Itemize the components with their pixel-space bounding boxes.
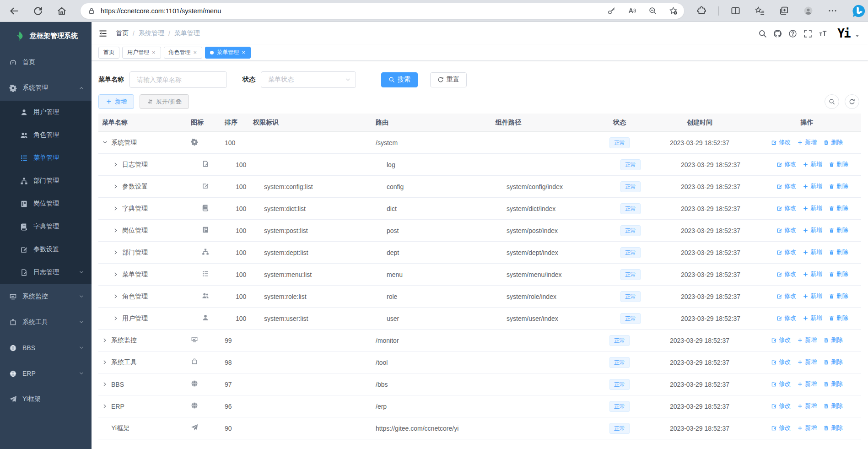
tab-user[interactable]: 用户管理× [122, 47, 161, 59]
tab-menu[interactable]: 菜单管理× [205, 47, 251, 59]
reset-button[interactable]: 重置 [430, 72, 467, 87]
add-link[interactable]: 新增 [797, 380, 817, 388]
search-icon[interactable] [758, 29, 767, 38]
expand-toggle-icon[interactable] [102, 337, 108, 343]
delete-link[interactable]: 删除 [829, 160, 848, 168]
expand-toggle-icon[interactable] [113, 293, 119, 299]
edit-link[interactable]: 修改 [771, 358, 791, 366]
add-link[interactable]: 新增 [803, 204, 822, 212]
delete-link[interactable]: 删除 [823, 358, 843, 366]
edit-link[interactable]: 修改 [771, 380, 791, 388]
favorites-bar-icon[interactable] [755, 6, 765, 16]
sidebar-item-home[interactable]: 首页 [0, 49, 92, 75]
menu-name-input[interactable] [129, 71, 227, 88]
edit-link[interactable]: 修改 [776, 160, 796, 168]
expand-toggle-icon[interactable] [113, 162, 119, 168]
collections-icon[interactable] [779, 6, 789, 16]
question-icon[interactable] [788, 29, 797, 38]
add-link[interactable]: 新增 [803, 270, 822, 278]
bing-icon[interactable] [852, 4, 866, 18]
expand-toggle-icon[interactable] [113, 315, 119, 321]
sidebar-item-config[interactable]: 参数设置 [0, 238, 92, 261]
search-button[interactable]: 搜索 [381, 72, 418, 87]
favorite-add-icon[interactable] [669, 6, 678, 15]
add-link[interactable]: 新增 [803, 182, 822, 190]
delete-link[interactable]: 删除 [823, 138, 843, 146]
caret-down-icon[interactable] [855, 33, 860, 38]
expand-toggle-icon[interactable] [113, 249, 119, 255]
add-link[interactable]: 新增 [803, 292, 822, 300]
expand-toggle-icon[interactable] [102, 359, 108, 365]
fold-sidebar-icon[interactable] [98, 29, 108, 38]
search-circle-button[interactable] [825, 94, 839, 109]
key-icon[interactable] [607, 6, 616, 15]
split-screen-icon[interactable] [731, 6, 740, 16]
breadcrumb-item[interactable]: 首页 [116, 29, 129, 38]
sidebar-item-dict[interactable]: 字典管理 [0, 215, 92, 238]
sidebar-item-role[interactable]: 角色管理 [0, 124, 92, 146]
sidebar-item-menu[interactable]: 菜单管理 [0, 146, 92, 169]
add-link[interactable]: 新增 [797, 402, 817, 410]
delete-link[interactable]: 删除 [829, 204, 848, 212]
tab-close-icon[interactable]: × [193, 49, 198, 55]
delete-link[interactable]: 删除 [823, 336, 843, 344]
home-icon[interactable] [57, 6, 67, 16]
delete-link[interactable]: 删除 [829, 248, 848, 256]
delete-link[interactable]: 删除 [823, 402, 843, 410]
edit-link[interactable]: 修改 [776, 248, 796, 256]
add-link[interactable]: 新增 [797, 358, 817, 366]
tab-role[interactable]: 角色管理× [164, 47, 203, 59]
expand-toggle-icon[interactable] [113, 184, 119, 189]
add-link[interactable]: 新增 [797, 138, 817, 146]
add-link[interactable]: 新增 [797, 424, 817, 432]
edit-link[interactable]: 修改 [776, 204, 796, 212]
expand-toggle-icon[interactable] [102, 140, 108, 146]
add-link[interactable]: 新增 [803, 248, 822, 256]
edit-link[interactable]: 修改 [776, 292, 796, 300]
delete-link[interactable]: 删除 [829, 314, 848, 322]
add-link[interactable]: 新增 [803, 314, 822, 322]
more-icon[interactable] [828, 6, 837, 16]
extensions-icon[interactable] [697, 6, 706, 16]
profile-icon[interactable] [803, 6, 813, 16]
sidebar-item-system[interactable]: 系统管理 [0, 75, 92, 101]
sidebar-item-yi[interactable]: Yi框架 [0, 386, 92, 412]
edit-link[interactable]: 修改 [771, 138, 791, 146]
edit-link[interactable]: 修改 [776, 226, 796, 234]
tab-close-icon[interactable]: × [151, 49, 156, 55]
status-select[interactable]: 菜单状态 [261, 71, 356, 88]
tab-home[interactable]: 首页 [98, 47, 119, 59]
fullscreen-icon[interactable] [803, 29, 812, 38]
sidebar-item-bbs[interactable]: BBS [0, 335, 92, 361]
expand-toggle-icon[interactable] [102, 381, 108, 387]
sidebar-item-post[interactable]: 岗位管理 [0, 192, 92, 215]
edit-link[interactable]: 修改 [776, 270, 796, 278]
delete-link[interactable]: 删除 [829, 226, 848, 234]
address-bar[interactable]: https://ccnetcore.com:1101/system/menu [81, 3, 684, 19]
delete-link[interactable]: 删除 [823, 380, 843, 388]
delete-link[interactable]: 删除 [829, 270, 848, 278]
read-aloud-icon[interactable] [628, 6, 636, 15]
sidebar-item-tool[interactable]: 系统工具 [0, 309, 92, 335]
sidebar-item-log[interactable]: 日志管理 [0, 261, 92, 284]
edit-link[interactable]: 修改 [776, 182, 796, 190]
refresh-circle-button[interactable] [845, 94, 859, 109]
breadcrumb-item[interactable]: 系统管理 [139, 29, 164, 38]
url-text[interactable]: https://ccnetcore.com:1101/system/menu [101, 7, 595, 15]
font-size-icon[interactable] [819, 29, 827, 38]
sidebar-item-user[interactable]: 用户管理 [0, 101, 92, 124]
edit-link[interactable]: 修改 [776, 314, 796, 322]
github-icon[interactable] [773, 29, 782, 38]
edit-link[interactable]: 修改 [771, 424, 791, 432]
refresh-icon[interactable] [33, 6, 43, 16]
expand-toggle-icon[interactable] [113, 206, 119, 211]
lock-icon[interactable] [88, 7, 95, 15]
sidebar-item-monitor[interactable]: 系统监控 [0, 284, 92, 309]
expand-toggle-icon[interactable] [113, 227, 119, 233]
back-icon[interactable] [9, 6, 19, 16]
add-button[interactable]: 新增 [98, 94, 134, 109]
delete-link[interactable]: 删除 [829, 182, 848, 190]
delete-link[interactable]: 删除 [829, 292, 848, 300]
tab-close-icon[interactable]: × [241, 49, 246, 55]
expand-toggle-icon[interactable] [113, 271, 119, 277]
